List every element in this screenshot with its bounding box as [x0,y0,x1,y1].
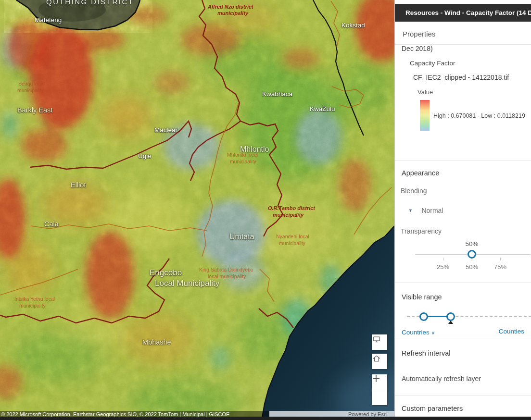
visible-range-max-link[interactable]: Counties [499,328,524,335]
layer-title-bar: Resources - Wind - Capacity Factor (14 D… [395,4,531,22]
map-canvas[interactable]: QUTHING DISTRICTMafetengKokstadBarkly Ea… [0,0,394,420]
map-raster [0,0,394,420]
zoom-out-button[interactable] [372,390,387,406]
visible-range-min-handle[interactable] [419,312,428,321]
tick-75: 75% [494,263,506,271]
tick-25: 25% [437,263,449,271]
raster-file-name: CF_IEC2_clipped - 14122018.tif [413,74,509,81]
chevron-down-icon: ▼ [408,208,413,213]
layer-title-wrapped: Dec 2018) [402,45,433,52]
value-label: Value [417,88,433,96]
zoom-controls [372,374,387,405]
auto-refresh-label[interactable]: Automatically refresh layer [402,375,481,383]
minus-icon [372,374,380,383]
home-button[interactable] [372,354,387,369]
min-scale-label: Countries [402,329,430,336]
visible-range-max-handle[interactable] [446,312,455,321]
taskbar-edge [0,417,531,420]
monitor-icon [372,334,381,344]
transparency-value: 50% [465,240,478,247]
section-custom-parameters[interactable]: Custom parameters [402,405,463,412]
current-scale-marker [448,321,453,324]
field-label: Capacity Factor [410,60,455,67]
transparency-label: Transparency [401,227,442,235]
properties-panel: Resources - Wind - Capacity Factor (14 D… [394,0,531,420]
tick-50: 50% [466,263,478,271]
properties-heading: Properties [403,30,435,38]
legend-high-low: High : 0.670081 - Low : 0.0118219 [433,112,525,119]
legend-color-ramp [420,100,430,131]
visible-range-min-link[interactable]: Countries∨ [402,328,435,336]
section-refresh-interval[interactable]: Refresh interval [402,349,451,357]
home-icon [372,354,381,363]
basemap-button[interactable] [372,334,387,350]
app-window: QUTHING DISTRICTMafetengKokstadBarkly Ea… [0,0,531,420]
chevron-down-icon: ∨ [431,330,435,335]
blending-label: Blending [401,187,427,195]
section-visible-range[interactable]: Visible range [402,293,442,301]
blending-select[interactable]: ▼ Normal [408,206,443,215]
blending-value: Normal [421,207,443,214]
section-appearance[interactable]: Appearance [402,169,439,177]
